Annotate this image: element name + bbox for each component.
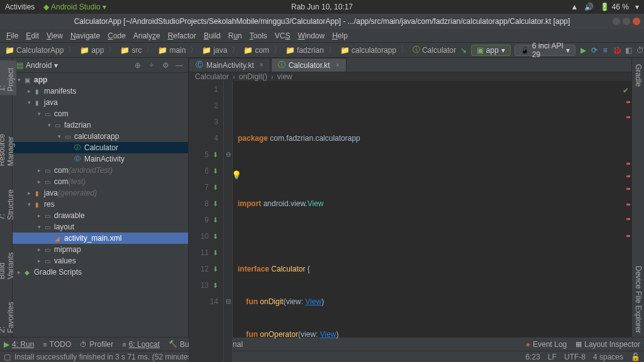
battery-indicator[interactable]: 🔋 46 % xyxy=(600,3,629,11)
menu-code[interactable]: Code xyxy=(105,30,128,41)
menu-build[interactable]: Build xyxy=(201,30,223,41)
apply-changes-icon[interactable]: ⟳ xyxy=(591,46,598,55)
tab-logcat[interactable]: ≡ 6: Logcat xyxy=(122,340,160,349)
project-header: ▤ Android ▾ ⊕ ÷ ⚙ — xyxy=(13,58,188,73)
bc-fadzrian[interactable]: 📁 fadzrian xyxy=(284,46,325,55)
menu-run[interactable]: Run xyxy=(226,30,245,41)
coverage-icon[interactable]: ◧ xyxy=(625,46,633,55)
device-selector[interactable]: 📱6 inci API 29 ▾ xyxy=(514,45,575,56)
profile-icon[interactable]: ⏱ xyxy=(636,46,644,55)
bc-main[interactable]: 📁 main xyxy=(157,46,187,55)
apply-code-icon[interactable]: ≡ xyxy=(601,46,609,55)
app-indicator[interactable]: ◆ Android Studio ▾ xyxy=(43,3,106,11)
select-opened-icon[interactable]: ⊕ xyxy=(133,61,143,70)
menu-view[interactable]: View xyxy=(44,30,65,41)
tab-gradle[interactable]: Gradle xyxy=(633,60,644,90)
bc-project[interactable]: 📁 CalculatorApp xyxy=(4,46,65,55)
tab-todo[interactable]: ≡ TODO xyxy=(43,340,71,349)
tab-device-file-explorer[interactable]: Device File Explorer xyxy=(633,262,644,337)
network-icon[interactable]: ▲ xyxy=(570,3,578,11)
window-title: CalculatorApp [~/AndroidStudioProjects/S… xyxy=(74,17,570,26)
window-title-bar: CalculatorApp [~/AndroidStudioProjects/S… xyxy=(0,14,644,29)
editor-area: ⒸMainActivity.kt× ⓘCalculator.kt× Calcul… xyxy=(189,58,631,337)
navigation-bar: 📁 CalculatorApp〉 📁 app〉 📁 src〉 📁 main〉 📁… xyxy=(0,43,644,58)
bc-file[interactable]: ⓘ Calculator xyxy=(411,45,457,55)
menu-file[interactable]: File xyxy=(4,30,21,41)
code-editor[interactable]: 1234 5 ⬇ 6 ⬇ 7 ⬇ 8 ⬇ 9 ⬇ 10 ⬇ 11 ⬇ 12 ⬇ … xyxy=(189,81,631,362)
left-tool-strip: 1: Project Resource Manager 7: Structure… xyxy=(0,58,13,337)
run-button[interactable]: ▶ xyxy=(579,46,587,55)
tree-item-calculator[interactable]: ⓘCalculator xyxy=(13,142,188,153)
tab-run[interactable]: ▶4: Run xyxy=(4,340,34,349)
tab-mainactivity[interactable]: ⒸMainActivity.kt× xyxy=(189,58,270,72)
project-tree[interactable]: ▾▣app ▸▮manifests ▾▮java ▾▭com ▾▭fadzria… xyxy=(13,73,188,337)
menu-help[interactable]: Help xyxy=(330,30,350,41)
volume-icon[interactable]: 🔊 xyxy=(584,3,594,11)
tab-structure[interactable]: 7: Structure xyxy=(0,183,16,224)
settings-icon[interactable]: ⚙ xyxy=(160,61,170,70)
menu-analyze[interactable]: Analyze xyxy=(131,30,163,41)
project-panel: ▤ Android ▾ ⊕ ÷ ⚙ — ▾▣app ▸▮manifests ▾▮… xyxy=(13,58,189,337)
tree-item-activity-main[interactable]: ◢activity_main.xml xyxy=(13,233,188,244)
maximize-button[interactable] xyxy=(623,18,630,25)
menu-tools[interactable]: Tools xyxy=(247,30,270,41)
tab-project[interactable]: 1: Project xyxy=(0,60,16,95)
run-config-selector[interactable]: ▣app ▾ xyxy=(471,45,511,56)
menu-navigate[interactable]: Navigate xyxy=(68,30,103,41)
debug-button[interactable]: 🐞 xyxy=(613,46,621,55)
activities-button[interactable]: Activities xyxy=(5,3,35,11)
hide-icon[interactable]: — xyxy=(174,61,184,70)
bc-calculatorapp[interactable]: 📁 calculatorapp xyxy=(339,46,397,55)
bc-app[interactable]: 📁 app xyxy=(79,46,105,55)
intention-bulb-icon[interactable]: 💡 xyxy=(231,167,242,184)
status-message: Install successfully finished in 3 s 71 … xyxy=(14,353,209,361)
lock-icon[interactable]: 🔓 xyxy=(631,353,640,361)
tab-resource-manager[interactable]: Resource Manager xyxy=(0,107,16,170)
close-icon[interactable]: × xyxy=(260,62,264,69)
close-icon[interactable]: × xyxy=(336,62,340,69)
fold-gutter[interactable]: ⊖⊟ xyxy=(224,81,233,362)
right-tool-strip: Gradle Device File Explorer xyxy=(631,58,644,337)
collapse-icon[interactable]: ÷ xyxy=(147,61,157,70)
editor-breadcrumb: Calculator › onDigit() › view xyxy=(189,72,631,81)
close-button[interactable] xyxy=(633,18,640,25)
power-icon[interactable]: ▾ xyxy=(635,3,639,11)
minimize-button[interactable] xyxy=(613,18,620,25)
android-icon: ▤ xyxy=(16,61,23,70)
bc-java[interactable]: 📁 java xyxy=(201,46,228,55)
tool-windows-icon[interactable]: ▢ xyxy=(4,353,11,361)
editor-tabs: ⒸMainActivity.kt× ⓘCalculator.kt× xyxy=(189,58,631,72)
menu-edit[interactable]: Edit xyxy=(23,30,42,41)
tab-calculator[interactable]: ⓘCalculator.kt× xyxy=(271,58,347,72)
line-gutter: 1234 5 ⬇ 6 ⬇ 7 ⬇ 8 ⬇ 9 ⬇ 10 ⬇ 11 ⬇ 12 ⬇ … xyxy=(189,81,224,362)
tab-build-variants[interactable]: Build Variants xyxy=(0,236,16,283)
project-view-mode[interactable]: Android ▾ xyxy=(26,61,58,70)
bc-src[interactable]: 📁 src xyxy=(119,46,143,55)
menu-vcs[interactable]: VCS xyxy=(272,30,293,41)
tab-favorites[interactable]: 2: Favorites xyxy=(0,295,16,337)
bc-com[interactable]: 📁 com xyxy=(242,46,270,55)
clock: Rab Jun 10, 10:17 xyxy=(291,3,353,11)
menu-window[interactable]: Window xyxy=(295,30,327,41)
error-stripe[interactable] xyxy=(626,81,630,362)
code-content[interactable]: 💡 ✔ package com.fadzrian.calculatorapp i… xyxy=(233,81,631,362)
tab-profiler[interactable]: ⏱ Profiler xyxy=(80,340,113,349)
gnome-top-bar: Activities ◆ Android Studio ▾ Rab Jun 10… xyxy=(0,0,644,14)
add-config-icon[interactable]: ↘ xyxy=(460,46,467,55)
menu-refactor[interactable]: Refactor xyxy=(165,30,199,41)
